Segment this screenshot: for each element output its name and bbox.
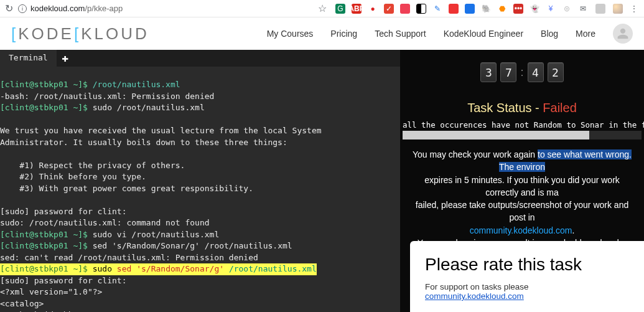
text: You may check your work again xyxy=(413,149,538,159)
profile-icon[interactable] xyxy=(613,24,633,44)
terminal-tab-bar: Terminal ✚ xyxy=(0,50,400,67)
grey-extension-icon[interactable]: ⊜ xyxy=(562,4,572,14)
address-bar[interactable]: i kodekloud.com/p/kke-app xyxy=(18,4,313,13)
cmd-text: sed 's/Random/Sonar/g' /root/nautilus.xm… xyxy=(93,241,292,250)
nav-my-courses[interactable]: My Courses xyxy=(267,29,314,39)
pinterest-icon[interactable]: ● xyxy=(368,4,378,14)
output-line: sudo: /root/nautilus.xml: command not fo… xyxy=(0,218,210,227)
timer-digit: 3 xyxy=(480,62,497,82)
todoist-icon[interactable]: ✓ xyxy=(384,4,394,14)
status-panel: 3 7 : 4 2 Task Status - Failed all the o… xyxy=(400,50,644,312)
highlighter-icon[interactable]: ✎ xyxy=(432,4,442,14)
output-line: [sudo] password for clint: xyxy=(0,276,127,285)
text: failed, please take outputs/screenshot o… xyxy=(416,200,628,222)
extension-icons: G ABP ● ✓ ✎ 🐘 ⬣ ••• 👻 ¥ ⊜ ✉ ⋮ xyxy=(335,4,639,14)
nav-pricing[interactable]: Pricing xyxy=(330,29,357,39)
nav-blog[interactable]: Blog xyxy=(541,29,558,39)
timer-digit: 2 xyxy=(548,62,564,82)
output-line: <?xml version="1.0"?> xyxy=(0,287,102,296)
countdown-timer: 3 7 : 4 2 xyxy=(400,62,644,82)
terminal-tab[interactable]: Terminal xyxy=(0,50,57,67)
output-line: #3) With great power comes great respons… xyxy=(0,184,253,193)
kodekloud-logo[interactable]: [KODE[KLOUD xyxy=(11,24,149,44)
adblock-icon[interactable]: ABP xyxy=(352,4,362,14)
timer-digit: 7 xyxy=(500,62,516,82)
timer-digit: 4 xyxy=(528,62,544,82)
evernote-icon[interactable]: 🐘 xyxy=(481,4,491,14)
text: expires in 5 minutes. If you think you d… xyxy=(424,175,620,197)
task-status-label: Task Status - xyxy=(467,101,543,115)
output-line: We trust you have received the usual lec… xyxy=(0,126,322,135)
task-status-result: Failed xyxy=(543,101,576,115)
rate-support-text: For support on tasks please community.ko… xyxy=(425,282,629,301)
browser-menu-icon[interactable]: ⋮ xyxy=(629,4,639,14)
darkmode-icon[interactable] xyxy=(416,4,426,14)
output-line: [sudo] password for clint: xyxy=(0,207,127,216)
mail-icon[interactable]: ✉ xyxy=(578,4,588,14)
prompt: [clint@stbkp01 ~]$ xyxy=(0,80,93,89)
cmd-text: sudo vi /root/nautilus.xml xyxy=(93,230,220,239)
support-link[interactable]: community.kodekloud.com xyxy=(425,291,524,301)
output-line: #2) Think before you type. xyxy=(0,172,146,181)
add-tab-icon[interactable]: ✚ xyxy=(57,50,74,67)
site-header: [KODE[KLOUD My Courses Pricing Tech Supp… xyxy=(0,17,644,50)
cmd-text: /root/nautilus.xml xyxy=(93,80,180,89)
rate-task-card: Please rate this task For support on tas… xyxy=(410,241,644,312)
prompt: [clint@stbkp01 ~]$ xyxy=(0,241,93,250)
orange-shield-icon[interactable]: ⬣ xyxy=(497,4,507,14)
grammarly-icon[interactable]: G xyxy=(335,4,345,14)
community-link[interactable]: community.kodekloud.com xyxy=(470,225,572,235)
output-line: -bash: /root/nautilus.xml: Permission de… xyxy=(0,92,214,101)
pocket-icon[interactable] xyxy=(400,4,410,14)
nav-more[interactable]: More xyxy=(576,29,595,39)
blue-circle-icon[interactable] xyxy=(465,4,475,14)
highlighted-line: [clint@stbkp01 ~]$ sudo sed 's/Random/So… xyxy=(0,263,317,275)
cmd-text: sudo /root/nautilus.xml xyxy=(93,103,205,112)
toolbar-divider xyxy=(595,4,605,14)
output-line: sed: can't read /root/nautilus.xml: Perm… xyxy=(0,253,258,262)
bookmark-star-icon[interactable]: ☆ xyxy=(318,2,327,14)
browser-toolbar: ↻ i kodekloud.com/p/kke-app ☆ G ABP ● ✓ … xyxy=(0,0,644,17)
red-extension-icon[interactable] xyxy=(449,4,459,14)
horizontal-scrollbar[interactable] xyxy=(403,131,642,139)
lighthouse-icon[interactable]: ¥ xyxy=(546,4,556,14)
main-nav: My Courses Pricing Tech Support KodeKlou… xyxy=(267,24,633,44)
rate-title: Please rate this task xyxy=(425,255,629,275)
lastpass-icon[interactable]: ••• xyxy=(513,4,523,14)
ghostery-icon[interactable]: 👻 xyxy=(530,4,539,14)
nav-kke[interactable]: KodeKloud Engineer xyxy=(444,29,523,39)
timer-colon: : xyxy=(520,66,523,79)
prompt: [clint@stbkp01 ~]$ xyxy=(0,230,93,239)
nav-tech-support[interactable]: Tech Support xyxy=(375,29,426,39)
reload-icon[interactable]: ↻ xyxy=(5,2,13,14)
output-line: <catalog> xyxy=(0,299,44,308)
prompt: [clint@stbkp01 ~]$ xyxy=(0,103,93,112)
output-line: #1) Respect the privacy of others. xyxy=(0,161,185,170)
error-message: all the occurences have not Random to So… xyxy=(400,120,644,130)
profile-avatar-icon[interactable] xyxy=(613,4,623,14)
terminal-output[interactable]: [clint@stbkp01 ~]$ /root/nautilus.xml -b… xyxy=(0,67,400,313)
terminal-panel: Terminal ✚ [clint@stbkp01 ~]$ /root/naut… xyxy=(0,50,400,312)
site-info-icon[interactable]: i xyxy=(18,4,27,13)
workspace: Terminal ✚ [clint@stbkp01 ~]$ /root/naut… xyxy=(0,50,644,312)
output-line: Administrator. It usually boils down to … xyxy=(0,138,287,147)
scrollbar-thumb[interactable] xyxy=(403,131,589,139)
url-text: kodekloud.com/p/kke-app xyxy=(30,4,123,13)
task-status: Task Status - Failed xyxy=(400,101,644,115)
